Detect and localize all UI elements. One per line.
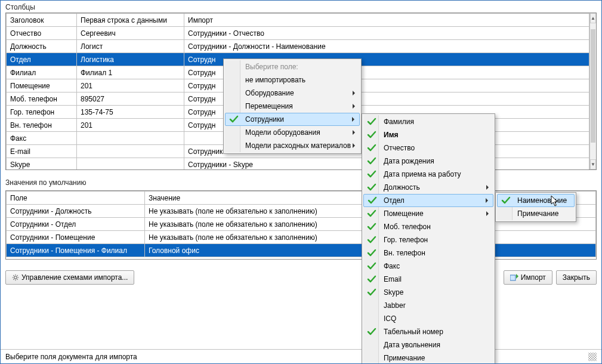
table-cell[interactable]: E-mail	[7, 145, 77, 158]
chevron-right-icon	[486, 185, 489, 190]
table-row[interactable]: Сотрудники - Помещения - ФилиалГоловной …	[7, 244, 596, 257]
svg-point-0	[14, 276, 17, 279]
table-cell[interactable]: Должность	[7, 40, 77, 53]
svg-line-8	[17, 275, 18, 276]
menu-item[interactable]: Должность	[363, 181, 493, 194]
menu-item[interactable]: Модели расходных материалов	[225, 139, 360, 152]
menu-item[interactable]: Email	[363, 273, 493, 286]
menu-item-label: Модели оборудования	[245, 128, 320, 137]
table-cell[interactable]	[77, 158, 184, 170]
table-cell[interactable]: Сотрудники - Должность	[7, 205, 145, 218]
menu-item[interactable]: Оборудование	[225, 87, 360, 100]
import-label: Импорт	[521, 273, 546, 282]
col-header[interactable]: Заголовок	[7, 14, 77, 27]
table-row[interactable]: ОтчествоСергеевичСотрудники - Отчество	[7, 27, 589, 40]
status-text: Выберите поля документа для импорта	[5, 353, 137, 361]
table-cell[interactable]: Филиал 1	[77, 66, 184, 79]
svg-line-5	[13, 275, 14, 276]
menu-item-label: Отчество	[384, 144, 415, 152]
menu-item[interactable]: Сотрудники	[225, 113, 360, 126]
table-cell[interactable]	[77, 132, 184, 145]
table-cell[interactable]: Сотрудники - Помещение	[7, 231, 145, 244]
gear-icon	[12, 274, 19, 281]
menu-item[interactable]: Факс	[363, 260, 493, 273]
table-cell[interactable]: Сотрудники - Помещения - Филиал	[7, 244, 145, 257]
check-icon	[367, 117, 376, 127]
table-cell[interactable]: Филиал	[7, 66, 77, 79]
menu-item[interactable]: Примечание	[363, 351, 493, 364]
scroll-up-button[interactable]: ▲	[590, 13, 596, 23]
table-cell[interactable]: Вн. телефон	[7, 119, 77, 132]
menu-item[interactable]: Примечание	[497, 207, 575, 220]
col-header[interactable]: Импорт	[184, 14, 589, 27]
table-row[interactable]: Сотрудники - ПомещениеНе указывать (поле…	[7, 231, 596, 244]
table-cell[interactable]: Skype	[7, 158, 77, 170]
table-cell[interactable]: Сотрудники - Отчество	[184, 27, 589, 40]
menu-item-label: Оборудование	[245, 89, 294, 97]
check-icon	[367, 248, 376, 258]
menu-item[interactable]: Перемещения	[225, 100, 360, 113]
table-row[interactable]: ДолжностьЛогистСотрудники - Должности - …	[7, 40, 589, 53]
table-cell[interactable]: Помещение	[7, 79, 77, 92]
table-cell[interactable]: 201	[77, 119, 184, 132]
table-cell[interactable]: 135-74-75	[77, 106, 184, 119]
table-cell[interactable]: Сергеевич	[77, 27, 184, 40]
chevron-right-icon	[353, 91, 355, 95]
menu-item[interactable]: Табельный номер	[363, 325, 493, 338]
menu-item[interactable]: ICQ	[363, 312, 493, 325]
menu-item[interactable]: Гор. телефон	[363, 233, 493, 246]
manage-schemas-button[interactable]: Управление схемами импорта...	[5, 270, 134, 285]
check-icon	[367, 261, 376, 271]
menu-item[interactable]: Помещение	[363, 207, 493, 220]
menu-item[interactable]: Модели оборудования	[225, 126, 360, 139]
menu-item[interactable]: Дата рождения	[363, 155, 493, 168]
menu-item[interactable]: Моб. телефон	[363, 220, 493, 233]
table-cell[interactable]: Моб. телефон	[7, 92, 77, 106]
table-cell[interactable]: 895027	[77, 92, 184, 106]
table-cell[interactable]: Отчество	[7, 27, 77, 40]
menu-item[interactable]: Вн. телефон	[363, 246, 493, 260]
table-cell[interactable]: Факс	[7, 132, 77, 145]
table-cell[interactable]: Гор. телефон	[7, 106, 77, 119]
menu-item[interactable]: Дата увольнения	[363, 338, 493, 351]
table-cell[interactable]: Логист	[77, 40, 184, 53]
table-cell[interactable]: Логистика	[77, 53, 184, 66]
chevron-right-icon	[352, 117, 354, 122]
import-button[interactable]: Импорт	[504, 270, 552, 285]
check-icon	[367, 156, 376, 166]
menu-item[interactable]: Дата приема на работу	[363, 168, 493, 181]
context-menu-fields[interactable]: Выберите поле:не импортироватьОборудован…	[223, 58, 362, 154]
col-header[interactable]: Первая строка с данными	[77, 14, 184, 27]
table-cell[interactable]	[77, 145, 184, 158]
menu-item-label: Моб. телефон	[384, 223, 431, 231]
svg-line-7	[13, 279, 14, 280]
table-cell[interactable]: Сотрудники - Отдел	[7, 218, 145, 231]
vertical-scrollbar[interactable]: ▲ ▼	[589, 13, 596, 169]
table-cell[interactable]: Отдел	[7, 53, 77, 66]
manage-schemas-label: Управление схемами импорта...	[21, 273, 128, 282]
table-cell[interactable]: Сотрудники - Должности - Наименование	[184, 40, 589, 53]
menu-item[interactable]: Фамилия	[363, 115, 493, 128]
close-button[interactable]: Закрыть	[556, 270, 597, 285]
resize-grip-icon[interactable]	[588, 353, 597, 361]
table-row[interactable]: SkypeСотрудники - Skype	[7, 158, 589, 170]
menu-item[interactable]: Отдел	[363, 194, 493, 207]
scroll-thumb[interactable]	[591, 29, 595, 143]
scroll-track[interactable]	[590, 23, 596, 159]
menu-item[interactable]: Skype	[363, 286, 493, 299]
menu-item[interactable]: Отчество	[363, 141, 493, 155]
chevron-right-icon	[353, 143, 355, 148]
menu-item-label: Табельный номер	[384, 328, 443, 336]
menu-item[interactable]: Наименование	[497, 194, 575, 207]
context-submenu-department[interactable]: НаименованиеПримечание	[495, 192, 576, 222]
table-cell[interactable]: 201	[77, 79, 184, 92]
check-icon	[367, 169, 376, 179]
chevron-right-icon	[353, 130, 355, 135]
context-submenu-employees[interactable]: ФамилияИмяОтчествоДата рожденияДата прие…	[362, 113, 495, 364]
check-icon	[367, 222, 376, 232]
col-header[interactable]: Поле	[7, 192, 145, 205]
scroll-down-button[interactable]: ▼	[590, 159, 596, 169]
menu-item[interactable]: Jabber	[363, 299, 493, 312]
menu-item[interactable]: не импортировать	[225, 73, 360, 87]
menu-item[interactable]: Имя	[363, 128, 493, 141]
